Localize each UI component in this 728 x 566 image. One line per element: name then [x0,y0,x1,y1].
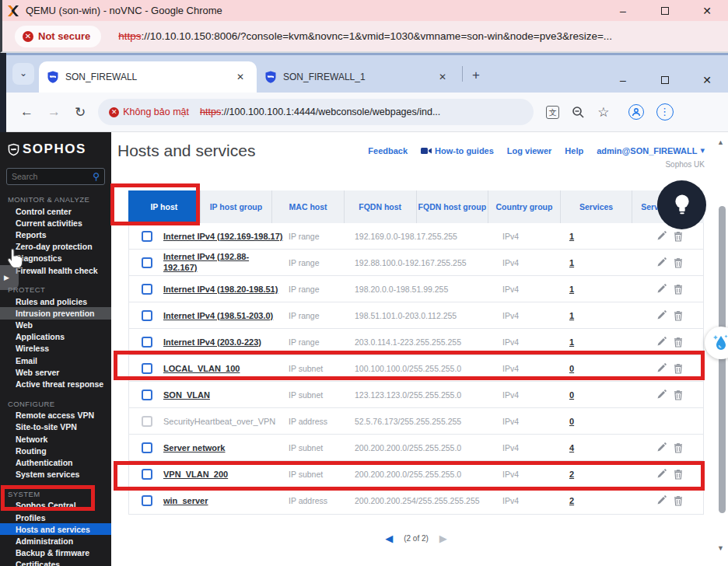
services-count-link[interactable]: 0 [569,364,574,373]
services-count-link[interactable]: 1 [569,258,574,267]
new-tab-button[interactable]: + [472,68,480,83]
row-checkbox[interactable] [142,310,152,321]
sidebar-item-routing[interactable]: Routing [0,445,111,456]
sidebar-item-rules-and-policies[interactable]: Rules and policies [0,295,111,307]
row-checkbox[interactable] [142,231,152,242]
sidebar-item-current-activities[interactable]: Current activities [0,217,111,229]
edit-icon[interactable] [656,257,667,267]
services-count-link[interactable]: 1 [569,311,574,320]
delete-icon[interactable] [674,284,683,295]
sidebar-item-certificates[interactable]: Certificates [0,559,111,566]
host-name-link[interactable]: Internet IPv4 (203.0-223) [163,337,261,347]
sidebar-item-system-services[interactable]: System services [0,469,111,480]
delete-icon[interactable] [674,442,683,453]
browser-minimize-button[interactable]: – [602,74,644,86]
tab-close-icon[interactable]: ✕ [232,70,249,84]
row-checkbox[interactable] [142,469,152,480]
sidebar-item-reports[interactable]: Reports [0,229,111,240]
back-icon[interactable]: ← [20,104,33,120]
log-viewer-link[interactable]: Log viewer [507,146,551,155]
sidebar-item-administration[interactable]: Administration [0,535,111,547]
tab-ip-host[interactable]: IP host [128,190,200,223]
outer-close-button[interactable]: ✕ [686,5,728,17]
tab-mac-host[interactable]: MAC host [271,190,344,223]
sidebar-item-applications[interactable]: Applications [0,331,111,343]
browser-close-button[interactable]: ✕ [686,74,728,86]
host-name-link[interactable]: Internet IPv4 (198.20-198.51) [163,285,278,294]
browser-maximize-button[interactable] [644,74,686,86]
tab-fqdn-host-group[interactable]: FQDN host group [416,190,488,223]
edit-icon[interactable] [656,390,667,400]
account-menu[interactable]: admin@SON_FIREWALL ▾ [597,145,705,155]
services-count-link[interactable]: 2 [569,470,574,479]
feedback-link[interactable]: Feedback [368,146,408,155]
sidebar-item-remote-access-vpn[interactable]: Remote access VPN [0,410,111,421]
browser-menu-icon[interactable]: ⋮ [656,103,674,121]
host-name-link[interactable]: VPN_VLAN_200 [163,470,228,479]
services-count-link[interactable]: 0 [569,417,574,426]
host-name-link[interactable]: Internet IPv4 (198.51-203.0) [163,311,273,320]
forward-icon[interactable]: → [47,104,61,120]
delete-icon[interactable] [674,495,683,506]
row-checkbox[interactable] [142,390,152,400]
delete-icon[interactable] [674,363,683,374]
sidebar-item-intrusion-prevention[interactable]: Intrusion prevention [0,307,111,319]
howto-guides-link[interactable]: How-to guides [421,146,494,155]
row-checkbox[interactable] [142,337,152,348]
row-checkbox[interactable] [142,257,152,268]
sidebar-item-sophos-central[interactable]: Sophos Central [0,500,111,512]
host-name-link[interactable]: Internet IPv4 (192.169-198.17) [163,232,282,241]
tab-close-icon[interactable]: ✕ [434,70,451,84]
delete-icon[interactable] [674,310,683,321]
scroll-up-icon[interactable]: ▲ [717,138,724,146]
bookmark-star-icon[interactable]: ☆ [597,104,609,121]
scrollbar-thumb[interactable] [719,206,726,513]
sidebar-item-web[interactable]: Web [0,320,111,331]
edit-icon[interactable] [656,310,667,320]
outer-url[interactable]: https://10.10.10.150:8006/?console=kvm&n… [118,30,612,42]
sidebar-item-web-server[interactable]: Web server [0,366,111,378]
sidebar-search-input[interactable] [12,172,93,181]
tab-son-firewall[interactable]: SON_FIREWALL ✕ [39,61,257,93]
edit-icon[interactable] [656,284,667,294]
profile-avatar-icon[interactable] [628,104,644,120]
delete-icon[interactable] [674,257,683,268]
sidebar-item-backup-firmware[interactable]: Backup & firmware [0,547,111,559]
delete-icon[interactable] [674,390,683,400]
row-checkbox[interactable] [142,442,152,453]
delete-icon[interactable] [674,337,683,348]
host-name-link[interactable]: LOCAL_VLAN_100 [163,364,240,373]
sidebar-item-control-center[interactable]: Control center [0,205,111,217]
tab-services[interactable]: Services [560,190,632,223]
assistant-bubble[interactable] [657,180,706,229]
sidebar-item-profiles[interactable]: Profiles [0,512,111,523]
translate-icon[interactable]: 文 [546,106,559,119]
host-name-link[interactable]: Server network [163,443,225,452]
edit-icon[interactable] [656,363,667,373]
previous-page-icon[interactable]: ◀ [385,533,393,544]
security-badge[interactable]: ✕ Không bảo mật [109,107,189,117]
tab-fqdn-host[interactable]: FQDN host [344,190,416,223]
services-count-link[interactable]: 4 [569,443,574,452]
row-checkbox[interactable] [142,495,152,506]
sidebar-item-site-to-site-vpn[interactable]: Site-to-site VPN [0,421,111,433]
sidebar-item-wireless[interactable]: Wireless [0,343,111,355]
sidebar-search[interactable]: ⚲ [6,168,105,185]
services-count-link[interactable]: 1 [569,285,574,294]
delete-icon[interactable] [674,469,683,480]
address-bar[interactable]: ✕ Không bảo mật https://100.100.100.1:44… [98,99,534,125]
sidebar-item-authentication[interactable]: Authentication [0,456,111,468]
reload-icon[interactable]: ↻ [75,104,86,121]
next-page-icon[interactable]: ▶ [439,533,447,544]
sidebar-item-network[interactable]: Network [0,433,111,445]
row-checkbox[interactable] [142,284,152,295]
host-name-link[interactable]: Internet IPv4 (192.88-192.167) [163,252,255,274]
services-count-link[interactable]: 1 [569,337,574,347]
services-count-link[interactable]: 2 [569,496,574,505]
sidebar-item-active-threat-response[interactable]: Active threat response [0,378,111,390]
tab-son-firewall-1[interactable]: SON_FIREWALL_1 ✕ [257,61,459,93]
delete-icon[interactable] [674,231,683,242]
host-name-link[interactable]: win_server [163,496,208,505]
outer-security-badge[interactable]: ✕ Not secure [15,26,101,47]
outer-minimize-button[interactable]: – [602,5,644,17]
